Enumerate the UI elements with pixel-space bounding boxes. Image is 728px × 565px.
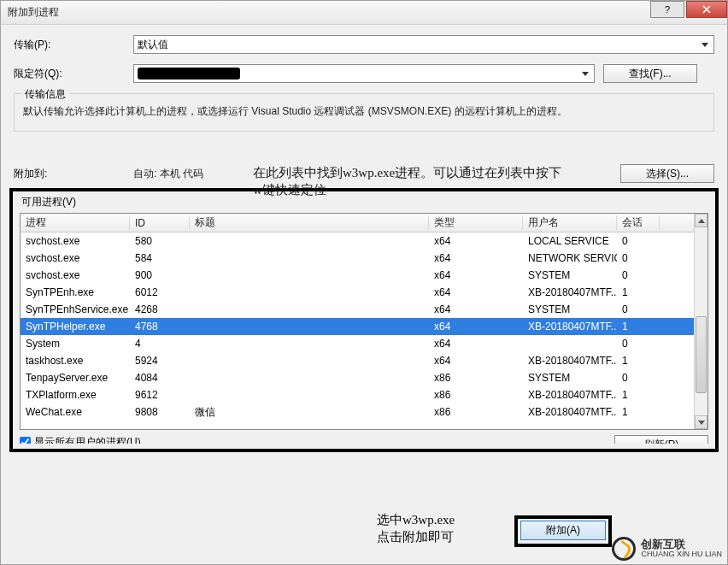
transport-info-legend: 传输信息 xyxy=(21,87,69,102)
col-id[interactable]: ID xyxy=(130,217,190,229)
process-footer: 显示所有用户的进程(U) 刷新(R) xyxy=(20,435,708,444)
table-row[interactable]: taskhost.exe5924x64XB-20180407MTF...1 xyxy=(21,352,707,369)
cell-process: SynTPEnhService.exe xyxy=(21,303,130,315)
cell-process: svchost.exe xyxy=(21,252,130,264)
cell-type: x86 xyxy=(429,372,523,384)
attach-to-label: 附加到: xyxy=(14,167,133,181)
qualifier-dropdown[interactable] xyxy=(133,64,595,83)
annotation-line: 点击附加即可 xyxy=(377,529,455,546)
annotation-line: 在此列表中找到w3wp.exe进程。可以通过在列表中按下 xyxy=(253,165,561,182)
cell-id: 900 xyxy=(130,269,190,281)
chevron-up-icon xyxy=(698,219,705,223)
cell-session: 0 xyxy=(617,235,660,247)
qualifier-label: 限定符(Q): xyxy=(14,67,133,81)
cell-session: 1 xyxy=(617,321,660,333)
close-button[interactable] xyxy=(686,1,727,18)
cell-id: 4084 xyxy=(130,372,190,384)
transport-info-text: 默认传输允许选择此计算机上的进程，或选择运行 Visual Studio 远程调… xyxy=(23,104,705,119)
cell-id: 4268 xyxy=(130,303,190,315)
col-title[interactable]: 标题 xyxy=(190,215,429,230)
table-row[interactable]: WeChat.exe9808微信x86XB-20180407MTF...1 xyxy=(21,403,707,421)
cell-id: 5924 xyxy=(130,355,190,367)
cell-session: 0 xyxy=(617,303,660,315)
cell-type: x64 xyxy=(429,235,523,247)
table-row[interactable]: svchost.exe584x64NETWORK SERVICE0 xyxy=(21,250,707,267)
cell-user: SYSTEM xyxy=(523,372,617,384)
attach-button[interactable]: 附加(A) xyxy=(520,521,606,540)
cell-process: SynTPEnh.exe xyxy=(21,286,130,298)
table-row[interactable]: TXPlatform.exe9612x86XB-20180407MTF...1 xyxy=(21,386,707,403)
cell-type: x64 xyxy=(429,338,523,350)
col-type[interactable]: 类型 xyxy=(429,215,523,230)
cell-process: System xyxy=(21,338,130,350)
cell-process: WeChat.exe xyxy=(21,406,130,418)
table-row[interactable]: SynTPHelper.exe4768x64XB-20180407MTF...1 xyxy=(21,318,707,335)
brand-watermark: 创新互联 CHUANG XIN HU LIAN xyxy=(612,537,722,561)
cell-type: x64 xyxy=(429,355,523,367)
chevron-down-icon xyxy=(698,421,705,425)
transport-row: 传输(P): 默认值 xyxy=(14,35,714,54)
process-table: 进程 ID 标题 类型 用户名 会话 svchost.exe580x64LOCA… xyxy=(20,213,708,430)
vertical-scrollbar[interactable] xyxy=(694,214,707,429)
titlebar: 附加到进程 ? xyxy=(1,1,727,25)
cell-session: 1 xyxy=(617,286,660,298)
cell-id: 9612 xyxy=(130,389,190,401)
titlebar-controls: ? xyxy=(650,1,727,24)
transport-dropdown[interactable]: 默认值 xyxy=(133,35,714,54)
show-all-users-label: 显示所有用户的进程(U) xyxy=(34,435,141,444)
show-all-users-input[interactable] xyxy=(20,437,31,444)
col-user[interactable]: 用户名 xyxy=(523,215,617,230)
cell-id: 4768 xyxy=(130,321,190,333)
col-process[interactable]: 进程 xyxy=(21,215,130,230)
cell-session: 1 xyxy=(617,406,660,418)
scroll-up-button[interactable] xyxy=(695,214,707,227)
transport-info-group: 传输信息 默认传输允许选择此计算机上的进程，或选择运行 Visual Studi… xyxy=(14,93,714,132)
table-body: svchost.exe580x64LOCAL SERVICE0svchost.e… xyxy=(21,232,707,421)
cell-user: LOCAL SERVICE xyxy=(523,235,617,247)
cell-id: 580 xyxy=(130,235,190,247)
cell-id: 6012 xyxy=(130,286,190,298)
transport-value: 默认值 xyxy=(138,38,168,52)
cell-session: 1 xyxy=(617,389,660,401)
cell-session: 0 xyxy=(617,372,660,384)
brand-cn: 创新互联 xyxy=(641,539,722,550)
cell-id: 584 xyxy=(130,252,190,264)
transport-label: 传输(P): xyxy=(14,38,133,52)
cell-user: XB-20180407MTF... xyxy=(523,406,617,418)
table-row[interactable]: SynTPEnhService.exe4268x64SYSTEM0 xyxy=(21,301,707,318)
table-row[interactable]: TenpayServer.exe4084x86SYSTEM0 xyxy=(21,369,707,386)
col-session[interactable]: 会话 xyxy=(617,215,660,230)
cell-type: x64 xyxy=(429,252,523,264)
cell-process: svchost.exe xyxy=(21,235,130,247)
cell-type: x64 xyxy=(429,321,523,333)
qualifier-row: 限定符(Q): 查找(F)... xyxy=(14,64,714,83)
select-button[interactable]: 选择(S)... xyxy=(620,164,714,183)
show-all-users-checkbox[interactable]: 显示所有用户的进程(U) xyxy=(20,435,141,444)
scroll-down-button[interactable] xyxy=(695,415,707,429)
annotation-line: w键快速定位 xyxy=(253,182,561,199)
help-button[interactable]: ? xyxy=(650,1,684,18)
close-icon xyxy=(702,5,711,14)
brand-en: CHUANG XIN HU LIAN xyxy=(641,550,722,559)
annotation-attach: 选中w3wp.exe 点击附加即可 xyxy=(377,512,455,545)
table-row[interactable]: svchost.exe580x64LOCAL SERVICE0 xyxy=(21,232,707,250)
cell-session: 0 xyxy=(617,252,660,264)
table-row[interactable]: svchost.exe900x64SYSTEM0 xyxy=(21,267,707,284)
table-row[interactable]: System4x640 xyxy=(21,335,707,352)
find-button[interactable]: 查找(F)... xyxy=(603,64,697,83)
cell-user: XB-20180407MTF... xyxy=(523,389,617,401)
cell-user: NETWORK SERVICE xyxy=(523,252,617,264)
cell-title: 微信 xyxy=(190,405,429,420)
cell-user: XB-20180407MTF... xyxy=(523,321,617,333)
annotation-find-w3wp: 在此列表中找到w3wp.exe进程。可以通过在列表中按下 w键快速定位 xyxy=(253,165,561,198)
cell-user: XB-20180407MTF... xyxy=(523,286,617,298)
window-title: 附加到进程 xyxy=(8,5,59,20)
brand-logo-icon xyxy=(612,537,636,561)
refresh-button[interactable]: 刷新(R) xyxy=(614,435,708,444)
table-row[interactable]: SynTPEnh.exe6012x64XB-20180407MTF...1 xyxy=(21,284,707,301)
process-list-frame: 可用进程(V) 进程 ID 标题 类型 用户名 会话 svchost.exe58… xyxy=(9,188,719,452)
scroll-thumb[interactable] xyxy=(696,316,707,393)
cell-process: TenpayServer.exe xyxy=(21,372,130,384)
qualifier-value-redacted xyxy=(138,68,240,79)
cell-id: 4 xyxy=(130,338,190,350)
